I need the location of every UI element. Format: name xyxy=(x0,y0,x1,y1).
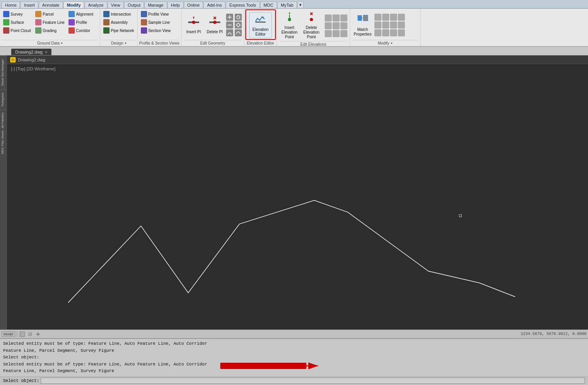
btn-mod-sm-8[interactable] xyxy=(398,21,405,29)
sidebar-tab-palettes[interactable]: MDC Plan Sheet - All Palettes xyxy=(0,110,7,156)
btn-elev-sm-6[interactable] xyxy=(340,22,347,29)
tab-online[interactable]: Online xyxy=(184,2,203,8)
btn-delete-pi[interactable]: Delete PI xyxy=(205,13,225,37)
grid-btn[interactable] xyxy=(19,331,26,338)
btn-elev-sm-3[interactable] xyxy=(340,14,347,21)
btn-delete-elevation-point[interactable]: Delete Elevation Point xyxy=(301,10,322,41)
elevation-editor-icon xyxy=(254,14,267,26)
tab-modify[interactable]: Modify xyxy=(63,2,84,8)
btn-elev-sm-2[interactable] xyxy=(333,14,340,21)
snap-btn[interactable] xyxy=(27,331,34,338)
ribbon-group-ground-data: Survey Surface Point Cloud Parcel xyxy=(0,9,100,46)
tab-addins[interactable]: Add-Ins xyxy=(203,2,225,8)
sidebar-tab-sheet-set[interactable]: Sheet Set Manager xyxy=(0,56,7,89)
drawing-svg[interactable] xyxy=(7,56,588,329)
btn-elev-sm-4[interactable] xyxy=(325,22,332,29)
tab-mytab[interactable]: MyTab xyxy=(277,2,297,8)
btn-mod-sm-2[interactable] xyxy=(382,14,389,21)
command-output: Selected entity must be of type: Feature… xyxy=(0,339,588,376)
btn-elev-sm-1[interactable] xyxy=(325,14,332,21)
red-arrow-annotation xyxy=(220,361,322,371)
tab-mdc[interactable]: MDC xyxy=(260,2,277,8)
btn-geom-3[interactable] xyxy=(226,29,233,36)
view-label: [-] [Top] [2D Wireframe] xyxy=(11,66,56,71)
tab-close-btn[interactable]: × xyxy=(45,50,47,54)
btn-mod-sm-3[interactable] xyxy=(390,14,397,21)
btn-insert-elevation-point[interactable]: Insert Elevation Point xyxy=(279,10,300,41)
tab-manage[interactable]: Manage xyxy=(144,2,167,8)
btn-geom-6[interactable] xyxy=(235,29,242,36)
tab-analyze[interactable]: Analyze xyxy=(85,2,107,8)
sidebar-tab-toolspace[interactable]: Toolspace xyxy=(0,89,7,110)
btn-elev-sm-5[interactable] xyxy=(333,22,340,29)
btn-mod-sm-1[interactable] xyxy=(374,14,381,21)
btn-elev-sm-7[interactable] xyxy=(325,30,332,37)
btn-mod-sm-4[interactable] xyxy=(398,14,405,21)
btn-elevation-editor[interactable]: Elevation Editor xyxy=(249,12,272,38)
btn-elev-sm-9[interactable] xyxy=(340,30,347,37)
edit-elevations-label: Edit Elevations xyxy=(300,42,326,47)
btn-geom-1[interactable] xyxy=(226,14,233,21)
tab-home[interactable]: Home xyxy=(2,2,20,8)
point-cloud-icon xyxy=(3,27,9,34)
btn-parcel[interactable]: Parcel xyxy=(34,10,66,18)
btn-pipe-network[interactable]: Pipe Network xyxy=(102,27,135,34)
profile-section-label: Profile & Section Views xyxy=(139,41,180,45)
elevation-editor-label: Elevation Editor xyxy=(247,41,274,45)
tab-menu-extra[interactable]: ▾ xyxy=(297,1,304,8)
tab-annotate[interactable]: Annotate xyxy=(39,2,63,8)
btn-feature-line[interactable]: Feature Line xyxy=(34,18,66,26)
btn-mod-sm-5[interactable] xyxy=(374,21,381,29)
btn-profile[interactable]: Profile xyxy=(67,18,98,26)
btn-sample-line[interactable]: Sample Line xyxy=(139,18,180,26)
btn-mod-sm-7[interactable] xyxy=(390,21,397,29)
tab-view[interactable]: View xyxy=(108,2,124,8)
svg-rect-16 xyxy=(358,15,362,21)
btn-geom-5[interactable] xyxy=(235,21,242,29)
svg-point-13 xyxy=(310,18,313,21)
btn-geom-4[interactable] xyxy=(235,14,242,21)
ground-data-chevron[interactable]: ▾ xyxy=(61,41,63,45)
match-properties-icon xyxy=(356,14,369,26)
btn-mod-sm-10[interactable] xyxy=(382,29,389,36)
btn-profile-view[interactable]: Profile View xyxy=(139,10,180,18)
tab-output[interactable]: Output xyxy=(124,2,144,8)
svg-rect-19 xyxy=(459,215,462,217)
tab-insert[interactable]: Insert xyxy=(20,2,38,8)
pipe-network-icon xyxy=(103,27,110,34)
btn-mod-sm-9[interactable] xyxy=(374,29,381,36)
btn-elev-sm-8[interactable] xyxy=(333,30,340,37)
btn-assembly[interactable]: Assembly xyxy=(102,18,135,26)
btn-alignment[interactable]: Alignment xyxy=(67,10,98,18)
corridor-icon xyxy=(68,27,75,34)
model-space-btn[interactable]: Model xyxy=(2,331,15,337)
cmd-line-3: Select object: xyxy=(3,354,585,361)
ribbon-group-design: Intersection Assembly Pipe Network Desig… xyxy=(100,9,137,46)
ortho-btn[interactable] xyxy=(34,331,41,338)
tab-help[interactable]: Help xyxy=(167,2,183,8)
btn-point-cloud[interactable]: Point Cloud xyxy=(2,27,33,34)
btn-intersection[interactable]: Intersection xyxy=(102,10,135,18)
design-chevron[interactable]: ▾ xyxy=(125,41,126,45)
btn-geom-2[interactable] xyxy=(226,21,233,29)
btn-mod-sm-6[interactable] xyxy=(382,21,389,29)
modify-chevron[interactable]: ▾ xyxy=(391,41,392,45)
btn-surface[interactable]: Surface xyxy=(2,18,33,26)
command-input-field[interactable] xyxy=(41,378,585,384)
svg-point-7 xyxy=(237,16,240,19)
btn-grading[interactable]: Grading xyxy=(34,27,66,34)
svg-rect-8 xyxy=(255,21,266,23)
canvas-tab-drawing2[interactable]: Drawing2.dwg × xyxy=(11,48,52,55)
delete-elevation-icon xyxy=(305,12,318,24)
drawing-canvas[interactable]: D Drawing2.dwg [-] [Top] [2D Wireframe] xyxy=(7,56,588,329)
tab-express[interactable]: Express Tools xyxy=(226,2,259,8)
btn-section-view[interactable]: Section View xyxy=(139,27,180,34)
section-view-icon xyxy=(141,27,147,34)
btn-mod-sm-11[interactable] xyxy=(390,29,397,36)
btn-survey[interactable]: Survey xyxy=(2,10,33,18)
btn-match-properties[interactable]: Match Properties xyxy=(352,12,373,38)
btn-mod-sm-12[interactable] xyxy=(398,29,405,36)
btn-corridor[interactable]: Corridor xyxy=(67,27,98,34)
btn-insert-pi[interactable]: Insert PI xyxy=(184,13,203,37)
left-sidebar: Sheet Set Manager Toolspace MDC Plan She… xyxy=(0,56,7,329)
